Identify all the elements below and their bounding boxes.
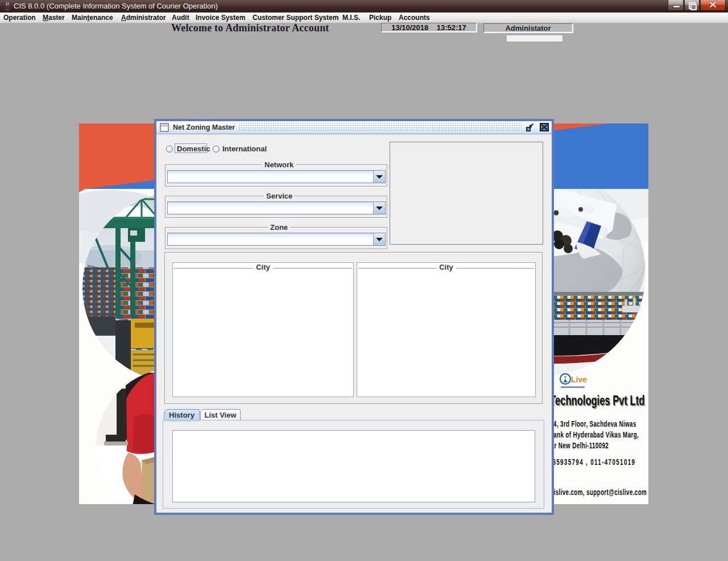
svg-text:Live: Live: [571, 375, 587, 384]
